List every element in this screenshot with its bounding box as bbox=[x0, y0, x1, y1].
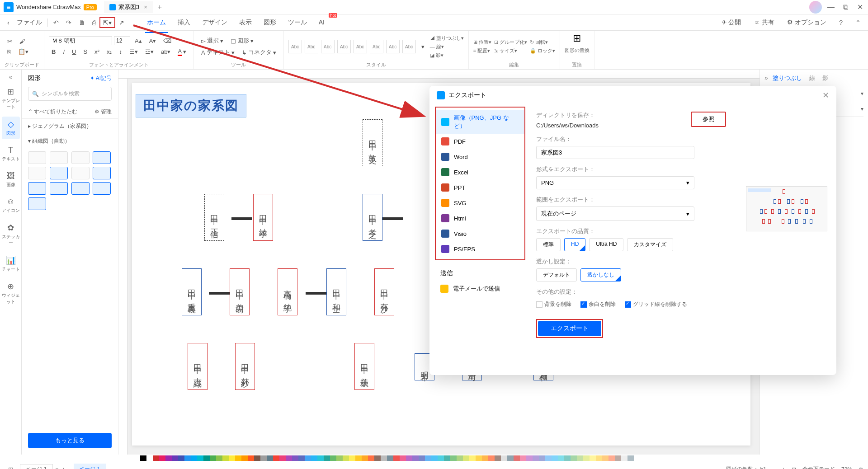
tree-node[interactable]: 田中 志織 bbox=[188, 343, 208, 390]
watermark-default[interactable]: デフォルト bbox=[536, 268, 577, 281]
size-button[interactable]: ⇲ サイズ▾ bbox=[494, 47, 527, 54]
print-button[interactable]: ⎙ bbox=[89, 17, 99, 28]
color-swatch[interactable] bbox=[545, 455, 552, 461]
tree-node[interactable]: 田中 綾子 bbox=[253, 194, 273, 241]
color-swatch[interactable] bbox=[260, 455, 267, 461]
export-format-ppt[interactable]: PPT bbox=[436, 180, 524, 195]
export-format-html[interactable]: Html bbox=[436, 211, 524, 226]
copy-button[interactable]: ⎘ bbox=[5, 47, 14, 56]
export-format-excel[interactable]: Excel bbox=[436, 164, 524, 180]
color-swatch[interactable] bbox=[469, 455, 476, 461]
color-swatch[interactable] bbox=[590, 455, 596, 461]
redo-button[interactable]: ↷ bbox=[62, 17, 75, 28]
format-select[interactable]: PNG▾ bbox=[536, 176, 694, 189]
clear-format-button[interactable]: ⌫ bbox=[160, 36, 174, 46]
color-swatch[interactable] bbox=[571, 455, 577, 461]
tree-title[interactable]: 田中家の家系図 bbox=[136, 94, 246, 117]
tree-node[interactable]: 田中 重義 bbox=[182, 268, 202, 315]
color-swatch[interactable] bbox=[381, 455, 387, 461]
color-swatch[interactable] bbox=[146, 455, 153, 461]
lock-button[interactable]: 🔒 ロック▾ bbox=[530, 47, 555, 54]
group-button[interactable]: ⊡ グループ化▾ bbox=[494, 39, 527, 46]
color-swatch[interactable] bbox=[463, 455, 469, 461]
checkbox-option[interactable]: 背景を削除 bbox=[536, 300, 571, 308]
color-swatch[interactable] bbox=[241, 455, 248, 461]
color-swatch[interactable] bbox=[621, 455, 627, 461]
paste-button[interactable]: 📋▾ bbox=[15, 47, 31, 56]
style-preview-2[interactable]: Abc bbox=[305, 40, 318, 53]
export-format-pdf[interactable]: PDF bbox=[436, 134, 524, 149]
add-tab-button[interactable]: + bbox=[153, 3, 166, 11]
color-swatch[interactable] bbox=[602, 455, 609, 461]
file-menu[interactable]: ファイル bbox=[13, 17, 46, 28]
zoom-level[interactable]: 72% bbox=[841, 466, 852, 469]
color-swatch[interactable] bbox=[140, 455, 146, 461]
share-button[interactable]: ∝ 共有 bbox=[750, 17, 778, 28]
color-swatch[interactable] bbox=[609, 455, 615, 461]
spacing-button[interactable]: ↕ bbox=[116, 47, 125, 56]
help-button[interactable]: ? bbox=[835, 17, 846, 28]
color-swatch[interactable] bbox=[248, 455, 254, 461]
color-swatch[interactable] bbox=[412, 455, 419, 461]
quality-custom[interactable]: カスタマイズ bbox=[627, 238, 673, 251]
fit-button[interactable]: ⊡ bbox=[792, 466, 796, 469]
tab-ai[interactable]: AI bbox=[313, 16, 330, 29]
color-swatch[interactable] bbox=[406, 455, 412, 461]
arrow-button[interactable]: ↗ bbox=[115, 17, 128, 28]
subscript-button[interactable]: x₂ bbox=[104, 47, 115, 56]
color-swatch[interactable] bbox=[438, 455, 444, 461]
color-swatch[interactable] bbox=[539, 455, 545, 461]
color-swatch[interactable] bbox=[368, 455, 374, 461]
shape-thumb[interactable] bbox=[71, 167, 90, 179]
save-button[interactable]: 🗎 bbox=[75, 17, 89, 28]
shape-thumb[interactable] bbox=[93, 182, 111, 195]
fill-button[interactable]: ◢ 塗りつぶし▾ bbox=[430, 35, 464, 42]
color-swatch[interactable] bbox=[355, 455, 362, 461]
color-swatch[interactable] bbox=[583, 455, 590, 461]
color-swatch[interactable] bbox=[298, 455, 305, 461]
color-swatch[interactable] bbox=[495, 455, 501, 461]
select-button[interactable]: ▻ 選択▾ bbox=[198, 35, 226, 46]
connector-button[interactable]: ↳ コネクタ▾ bbox=[239, 47, 279, 58]
color-swatch[interactable] bbox=[393, 455, 400, 461]
category-genogram[interactable]: ▸ ジェノグラム（家系図） bbox=[22, 119, 118, 134]
tree-node[interactable]: 田中 和士 bbox=[326, 268, 346, 315]
color-swatch[interactable] bbox=[273, 455, 279, 461]
color-swatch[interactable] bbox=[552, 455, 558, 461]
style-preview-5[interactable]: Abc bbox=[354, 40, 367, 53]
tree-node[interactable]: 高橋 純子 bbox=[278, 268, 297, 315]
shape-thumb[interactable] bbox=[28, 197, 46, 210]
shape-thumb[interactable] bbox=[93, 167, 111, 179]
color-swatch[interactable] bbox=[564, 455, 571, 461]
quality-ultrahd[interactable]: Ultra HD bbox=[589, 238, 623, 251]
collapse-leftbar-icon[interactable]: « bbox=[9, 73, 13, 80]
fold-all-button[interactable]: ⌃ すべて折りたたむ bbox=[28, 108, 77, 116]
color-swatch[interactable] bbox=[330, 455, 336, 461]
font-family-select[interactable] bbox=[49, 36, 112, 45]
color-swatch[interactable] bbox=[526, 455, 533, 461]
highlight-button[interactable]: ab▾ bbox=[158, 47, 173, 56]
shape-thumb[interactable] bbox=[71, 151, 90, 164]
rightbar-tab-line[interactable]: 線 bbox=[809, 74, 815, 82]
shape-thumb[interactable] bbox=[50, 167, 68, 179]
close-icon[interactable]: × bbox=[144, 4, 147, 10]
export-format-word[interactable]: Word bbox=[436, 149, 524, 164]
color-swatch[interactable] bbox=[286, 455, 292, 461]
bullets-button[interactable]: ☲▾ bbox=[142, 47, 156, 56]
color-swatch[interactable] bbox=[533, 455, 539, 461]
ai-sign-button[interactable]: ✦ AI記号 bbox=[90, 75, 112, 82]
color-swatch[interactable] bbox=[419, 455, 425, 461]
export-format-visio[interactable]: Visio bbox=[436, 226, 524, 241]
color-swatch[interactable] bbox=[210, 455, 216, 461]
settings-icon[interactable]: ⚙ bbox=[859, 466, 863, 469]
color-swatch[interactable] bbox=[324, 455, 330, 461]
watermark-none[interactable]: 透かしなし bbox=[580, 268, 621, 281]
color-swatch[interactable] bbox=[229, 455, 235, 461]
page-select[interactable]: ページ-1 bbox=[20, 464, 53, 469]
shape-button[interactable]: ▢ 図形▾ bbox=[228, 35, 256, 46]
pages-button[interactable]: ⊞ bbox=[5, 464, 17, 469]
color-swatch[interactable] bbox=[279, 455, 286, 461]
rightbar-tab-fill[interactable]: 塗りつぶし bbox=[773, 74, 802, 82]
fullscreen-button[interactable]: 全画面モード bbox=[802, 465, 835, 469]
replace-icon[interactable]: ⊞ bbox=[573, 33, 581, 44]
